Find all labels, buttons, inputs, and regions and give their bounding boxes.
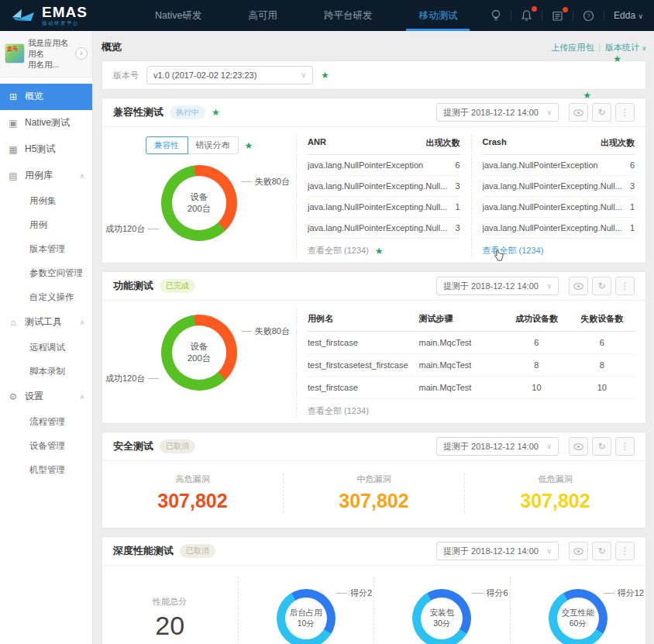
- sidebar-item-label: 概览: [25, 90, 43, 103]
- sidebar-item-model-mgmt[interactable]: 机型管理: [0, 458, 92, 482]
- notifications-bell-icon[interactable]: [511, 9, 542, 22]
- report-time-select[interactable]: 提测于 2018-12-12 14:00 ∨: [436, 542, 559, 560]
- table-row[interactable]: java.lang.NullPointerExcepting.Null...1: [483, 218, 635, 239]
- upload-app-link[interactable]: 上传应用包: [551, 42, 594, 53]
- table-row[interactable]: java.lang.NullPointerException6: [308, 155, 460, 176]
- col-test-step: 测试步骤: [418, 313, 504, 325]
- sidebar-item-process-mgmt[interactable]: 流程管理: [0, 410, 92, 434]
- col-case-name: 用例名: [308, 313, 418, 325]
- version-card: 版本号 v1.0 (2017-02-02 12:23:23) ∨ ★: [102, 60, 646, 90]
- nav-mobile-test[interactable]: 移动测试: [395, 0, 480, 31]
- more-button[interactable]: ⋮: [615, 437, 635, 456]
- nav-high-availability[interactable]: 高可用: [225, 0, 301, 31]
- nav-native[interactable]: Native研发: [132, 0, 225, 31]
- sidebar-item-case[interactable]: 用例: [0, 213, 92, 237]
- version-select-value: v1.0 (2017-02-02 12:23:23): [153, 71, 256, 80]
- tools-icon: ⌂: [8, 317, 19, 328]
- table-row[interactable]: java.lang.NullPointerExcepting.Null...3: [308, 176, 460, 197]
- version-select[interactable]: v1.0 (2017-02-02 12:23:23) ∨: [146, 66, 313, 84]
- more-button[interactable]: ⋮: [615, 542, 635, 560]
- section-title: 深度性能测试: [113, 544, 174, 558]
- connector-line: [148, 378, 159, 379]
- sidebar-item-overview[interactable]: ⊞ 概览: [0, 84, 92, 110]
- status-badge: 执行中: [170, 105, 205, 119]
- view-all-link[interactable]: 查看全部 (1234): [308, 399, 635, 417]
- security-test-section: 安全测试 已取消 提测于 2018-12-12 14:00 ∨ ↻ ⋮ 高危漏洞…: [102, 432, 646, 529]
- table-row[interactable]: java.lang.NullPointerExcepting.Null...3: [483, 176, 635, 197]
- more-button[interactable]: ⋮: [615, 277, 635, 295]
- view-eye-button[interactable]: [569, 103, 588, 122]
- tab-error-distribution[interactable]: 错误分布: [188, 136, 239, 154]
- table-row[interactable]: java.lang.NullPointerExcepting.Null...1: [483, 197, 635, 218]
- table-row[interactable]: test_firstcasetest_firstcasemain.MqcTest…: [308, 354, 635, 377]
- more-button[interactable]: ⋮: [615, 103, 635, 122]
- sidebar-item-script-record[interactable]: 脚本录制: [0, 360, 92, 384]
- nav-cross-platform[interactable]: 跨平台研发: [301, 0, 396, 31]
- docs-icon[interactable]: [542, 10, 573, 22]
- table-row[interactable]: java.lang.NullPointerExcepting.Null...3: [308, 218, 460, 239]
- sidebar-menu: ⊞ 概览 ▣ Native测试 ▦ H5测试 ▤ 用例库 ∧ 用例集 用例 版本…: [0, 77, 92, 482]
- sidebar-item-remote-debug[interactable]: 远程调试: [0, 336, 92, 360]
- sidebar-item-device-mgmt[interactable]: 设备管理: [0, 434, 92, 458]
- sidebar-item-custom-ops[interactable]: 自定义操作: [0, 285, 92, 309]
- app-selector-card[interactable]: 盒马 我是应用名用名 用名用... ›: [0, 31, 92, 77]
- low-risk-stat: 低危漏洞 307,802: [464, 474, 645, 512]
- bulb-icon[interactable]: [481, 9, 511, 22]
- connector-line: [336, 593, 347, 594]
- col-success-devices: 成功设备数: [504, 313, 569, 325]
- report-time-select[interactable]: 提测于 2018-12-12 14:00 ∨: [436, 103, 559, 122]
- success-label: 成功120台: [105, 373, 162, 384]
- emas-logo[interactable]: EMAS 移动研发平台: [0, 5, 132, 26]
- tab-compatibility[interactable]: 兼容性: [146, 136, 188, 154]
- report-time-value: 提测于 2018-12-12 14:00: [443, 441, 539, 453]
- refresh-button[interactable]: ↻: [592, 103, 611, 122]
- sidebar-group-case-library[interactable]: ▤ 用例库 ∧: [0, 163, 92, 189]
- view-eye-button[interactable]: [569, 437, 588, 456]
- view-eye-button[interactable]: [569, 277, 588, 295]
- version-stats-link[interactable]: 版本统计 ∨: [605, 42, 646, 53]
- donut-ring: 设备 200台: [161, 315, 237, 391]
- star-marker: ★: [375, 246, 384, 256]
- view-all-link[interactable]: 查看全部 (1234)★: [308, 239, 460, 257]
- page-header: 概览 上传应用包 | 版本统计 ∨ ★: [102, 37, 646, 57]
- view-all-link[interactable]: 查看全部 (1234): [483, 239, 635, 257]
- table-row[interactable]: test_firstcasemain.MqcTest 66: [308, 332, 635, 354]
- table-row[interactable]: test_firstcasemain.MqcTest 1010: [308, 377, 635, 399]
- report-time-select[interactable]: 提测于 2018-12-12 14:00 ∨: [436, 437, 559, 456]
- refresh-button[interactable]: ↻: [592, 277, 611, 295]
- gauge-ring: 后台占用 10分: [277, 589, 336, 644]
- sidebar-item-version-mgmt[interactable]: 版本管理: [0, 237, 92, 261]
- sidebar-item-case-set[interactable]: 用例集: [0, 189, 92, 213]
- report-time-value: 提测于 2018-12-12 14:00: [443, 107, 539, 119]
- help-icon[interactable]: ?: [573, 10, 604, 22]
- sidebar-group-settings[interactable]: ⚙ 设置 ∧: [0, 384, 92, 410]
- link-separator: |: [598, 43, 601, 52]
- refresh-button[interactable]: ↻: [592, 437, 611, 456]
- table-row[interactable]: java.lang.NullPointerException6: [483, 155, 635, 176]
- logo-subtitle: 移动研发平台: [42, 21, 88, 26]
- gauge-interaction-perf: 交互性能 60分 得分12: [510, 577, 646, 644]
- report-time-select[interactable]: 提测于 2018-12-12 14:00 ∨: [436, 277, 559, 295]
- high-risk-stat: 高危漏洞 307,802: [102, 474, 283, 512]
- docs-badge-dot: [563, 7, 568, 12]
- version-stats-label: 版本统计: [605, 43, 639, 52]
- app-switch-chevron-icon[interactable]: ›: [75, 47, 88, 60]
- stat-value: 307,802: [465, 490, 645, 512]
- crash-table: Crash出现次数 java.lang.NullPointerException…: [483, 135, 635, 257]
- h5-test-icon: ▦: [8, 144, 19, 155]
- sidebar-group-test-tools[interactable]: ⌂ 测试工具 ∧: [0, 309, 92, 336]
- dashed-divider: [296, 308, 297, 417]
- count-header: 出现次数: [601, 137, 635, 149]
- sidebar-group-label: 用例库: [25, 169, 53, 182]
- donut-center-label: 设备: [191, 191, 208, 203]
- count-header: 出现次数: [426, 137, 460, 149]
- refresh-button[interactable]: ↻: [592, 542, 611, 560]
- connector-line: [241, 181, 252, 182]
- table-row[interactable]: java.lang.NullPointerExcepting.Null...1: [308, 197, 460, 218]
- connector-line: [472, 593, 483, 594]
- user-menu[interactable]: Edda ∨: [604, 10, 643, 21]
- view-eye-button[interactable]: [569, 542, 588, 560]
- sidebar-item-native-test[interactable]: ▣ Native测试: [0, 110, 92, 136]
- sidebar-item-param-space-mgmt[interactable]: 参数空间管理: [0, 261, 92, 285]
- sidebar-item-h5-test[interactable]: ▦ H5测试: [0, 136, 92, 163]
